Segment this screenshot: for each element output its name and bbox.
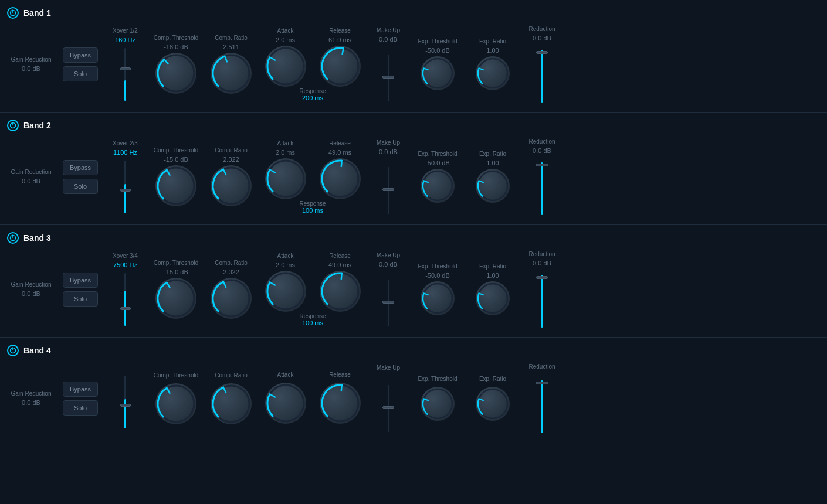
- exp-threshold-value-2: -50.0 dB: [425, 159, 450, 166]
- exp-threshold-label-2: Exp. Threshold: [418, 151, 457, 157]
- attack-1: Attack 2.0 ms: [260, 28, 310, 87]
- power-button-band3[interactable]: [7, 232, 19, 244]
- reduction-thumb-1[interactable]: [536, 51, 548, 54]
- reduction-4: Reduction: [521, 363, 562, 433]
- svg-line-35: [270, 282, 274, 285]
- xover-col-3: Xover 3/4 7500 Hz: [103, 253, 147, 326]
- solo-button-band1[interactable]: Solo: [63, 66, 98, 81]
- svg-line-7: [270, 57, 274, 60]
- xover-col-2: Xover 2/3 1100 Hz: [103, 140, 147, 213]
- makeup-label-3: Make Up: [377, 252, 400, 258]
- makeup-col-4: Make Up: [368, 365, 409, 432]
- xover-slider-4[interactable]: [124, 376, 126, 428]
- exp-threshold-label-1: Exp. Threshold: [418, 38, 457, 45]
- xover-label-1: Xover 1/2: [113, 28, 138, 34]
- xover-label-2: Xover 2/3: [113, 140, 138, 147]
- bypass-button-band4[interactable]: Bypass: [63, 382, 98, 397]
- exp-threshold-2: Exp. Threshold -50.0 dB: [411, 151, 464, 203]
- comp-ratio-label-4: Comp. Ratio: [215, 372, 248, 379]
- bypass-button-band2[interactable]: Bypass: [63, 160, 98, 175]
- comp-threshold-1: Comp. Threshold -18.0 dB: [150, 35, 202, 94]
- xover-slider-1[interactable]: [124, 48, 126, 101]
- exp-ratio-4: Exp. Ratio: [466, 376, 519, 421]
- band-title-1: Band 1: [23, 8, 51, 18]
- makeup-slider-2[interactable]: [388, 167, 389, 214]
- solo-button-band2[interactable]: Solo: [63, 179, 98, 194]
- makeup-slider-4[interactable]: [388, 385, 389, 432]
- svg-line-45: [168, 389, 170, 393]
- release-label-2: Release: [329, 140, 351, 147]
- svg-line-39: [424, 294, 428, 295]
- exp-threshold-3: Exp. Threshold -50.0 dB: [411, 263, 464, 315]
- makeup-slider-3[interactable]: [388, 280, 389, 326]
- power-button-band4[interactable]: [7, 345, 19, 356]
- band-section-4: Band 4 Gain Reduction 0.0 dB Bypass Solo: [0, 338, 827, 438]
- response-label-3: Response: [299, 313, 326, 319]
- band-title-4: Band 4: [23, 346, 51, 355]
- comp-threshold-label-2: Comp. Threshold: [154, 147, 199, 154]
- attack-label-4: Attack: [277, 372, 294, 378]
- response-2: Response 100 ms: [299, 200, 326, 214]
- gain-reduction-3: Gain Reduction 0.0 dB: [5, 281, 57, 297]
- band-section-3: Band 3 Gain Reduction 0.0 dB Bypass Solo…: [0, 225, 827, 338]
- response-value-2: 100 ms: [302, 207, 323, 214]
- exp-ratio-value-2: 1.00: [486, 159, 499, 166]
- svg-line-53: [424, 399, 428, 400]
- reduction-label-1: Reduction: [528, 26, 555, 32]
- gain-reduction-value-4: 0.0 dB: [22, 399, 40, 406]
- svg-line-49: [270, 395, 274, 397]
- bypass-solo-1: Bypass Solo: [60, 47, 101, 81]
- bypass-button-band3[interactable]: Bypass: [63, 273, 98, 288]
- band-section-2: Band 2 Gain Reduction 0.0 dB Bypass Solo…: [0, 113, 827, 225]
- xover-value-2: 1100 Hz: [113, 149, 137, 156]
- comp-threshold-value-1: -18.0 dB: [164, 43, 188, 50]
- power-button-band1[interactable]: [7, 7, 19, 19]
- response-value-1: 200 ms: [302, 94, 323, 101]
- comp-threshold-2: Comp. Threshold -15.0 dB: [150, 147, 202, 206]
- band-controls-1: Gain Reduction 0.0 dB Bypass Solo Xover …: [5, 26, 822, 103]
- exp-ratio-label-2: Exp. Ratio: [479, 151, 506, 157]
- comp-threshold-value-2: -15.0 dB: [164, 156, 188, 163]
- solo-button-band4[interactable]: Solo: [63, 400, 98, 416]
- exp-ratio-2: Exp. Ratio 1.00: [466, 151, 519, 203]
- bypass-button-band1[interactable]: Bypass: [63, 47, 98, 63]
- response-label-1: Response: [299, 88, 326, 94]
- exp-ratio-value-1: 1.00: [486, 47, 499, 54]
- power-button-band2[interactable]: [7, 120, 19, 131]
- reduction-thumb-3[interactable]: [536, 276, 548, 279]
- makeup-label-1: Make Up: [377, 27, 400, 33]
- solo-button-band3[interactable]: Solo: [63, 291, 98, 307]
- release-value-1: 61.0 ms: [328, 36, 351, 43]
- band-controls-2: Gain Reduction 0.0 dB Bypass Solo Xover …: [5, 138, 822, 215]
- xover-col-4: [103, 369, 147, 428]
- bypass-solo-3: Bypass Solo: [60, 273, 101, 307]
- reduction-1: Reduction 0.0 dB: [521, 26, 562, 103]
- response-3: Response 100 ms: [299, 313, 326, 326]
- xover-label-3: Xover 3/4: [113, 253, 138, 259]
- exp-ratio-label-4: Exp. Ratio: [479, 376, 506, 382]
- xover-slider-2[interactable]: [124, 161, 126, 213]
- reduction-3: Reduction 0.0 dB: [521, 251, 562, 328]
- svg-line-25: [424, 181, 428, 182]
- gain-reduction-label-1: Gain Reduction: [11, 56, 52, 63]
- reduction-thumb-2[interactable]: [536, 164, 548, 166]
- comp-ratio-label-3: Comp. Ratio: [215, 260, 248, 266]
- svg-line-13: [479, 69, 483, 70]
- xover-col-1: Xover 1/2 160 Hz: [103, 28, 147, 101]
- band-section-1: Band 1 Gain Reduction 0.0 dB Bypass Solo…: [0, 0, 827, 113]
- svg-line-11: [424, 69, 428, 70]
- comp-threshold-3: Comp. Threshold -15.0 dB: [150, 260, 202, 319]
- svg-line-9: [342, 49, 343, 54]
- makeup-slider-1[interactable]: [388, 55, 389, 101]
- reduction-thumb-4[interactable]: [536, 382, 548, 384]
- reduction-bar-4: [541, 380, 543, 433]
- exp-threshold-label-4: Exp. Threshold: [418, 376, 457, 382]
- gain-reduction-1: Gain Reduction 0.0 dB: [5, 56, 57, 72]
- band-header-3: Band 3: [5, 232, 822, 244]
- reduction-bar-3: [541, 275, 543, 328]
- reduction-2: Reduction 0.0 dB: [521, 138, 562, 215]
- comp-threshold-4: Comp. Threshold: [150, 372, 202, 424]
- svg-line-55: [479, 399, 483, 400]
- xover-slider-3[interactable]: [124, 273, 126, 326]
- svg-line-27: [479, 181, 483, 182]
